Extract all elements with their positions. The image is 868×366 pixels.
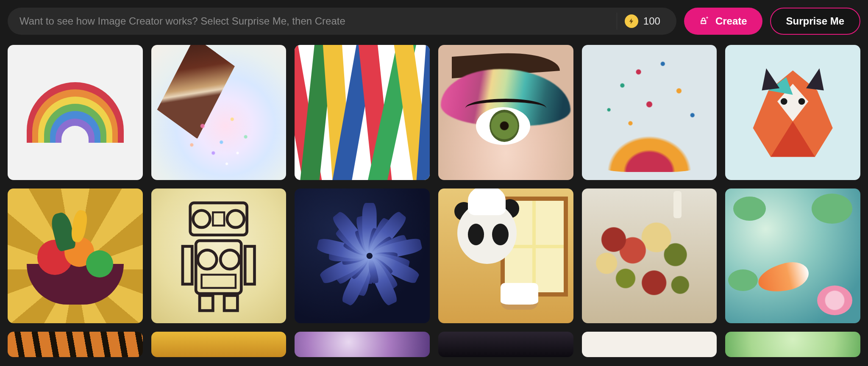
gallery-tile-peek-5[interactable]	[582, 332, 717, 357]
thumbnail-peek	[438, 332, 573, 357]
svg-rect-18	[200, 296, 213, 311]
svg-rect-19	[224, 296, 237, 311]
gallery-tile-peek-6[interactable]	[725, 332, 860, 357]
thumbnail-streamers	[295, 45, 430, 180]
gallery-tile-streamers[interactable]	[295, 45, 430, 180]
thumbnail-charcuterie	[582, 189, 717, 324]
gallery-tile-peek-2[interactable]	[151, 332, 287, 357]
thumbnail-peek	[8, 332, 143, 357]
credits-indicator: 100	[617, 13, 665, 30]
create-sparkle-icon	[699, 14, 710, 28]
thumbnail-peek	[725, 332, 860, 357]
svg-rect-15	[202, 275, 236, 288]
svg-point-10	[227, 211, 244, 227]
gallery-tile-fox[interactable]	[725, 45, 860, 180]
prompt-input[interactable]	[19, 15, 617, 27]
svg-point-13	[198, 250, 217, 269]
create-button-label: Create	[715, 15, 747, 27]
thumbnail-flower	[295, 189, 430, 324]
thumbnail-peek	[151, 332, 287, 357]
svg-point-6	[781, 98, 787, 105]
top-bar: 100 Create Surprise Me	[8, 8, 860, 35]
thumbnail-koi	[725, 189, 860, 324]
gallery-tile-peek-4[interactable]	[438, 332, 573, 357]
thumbnail-peek	[582, 332, 717, 357]
svg-marker-3	[762, 68, 779, 90]
surprise-me-label: Surprise Me	[786, 15, 844, 27]
thumbnail-robot	[151, 189, 287, 324]
gallery-tile-splash[interactable]	[582, 45, 717, 180]
gallery-tile-fruit[interactable]	[8, 189, 143, 324]
thumbnail-rainbow	[8, 45, 143, 180]
svg-rect-16	[183, 247, 192, 284]
thumbnail-panda	[438, 189, 573, 324]
create-button[interactable]: Create	[684, 8, 762, 35]
thumbnail-pencil	[151, 45, 287, 180]
svg-point-14	[220, 250, 239, 269]
gallery-tile-peek-3[interactable]	[295, 332, 430, 357]
thumbnail-eye	[438, 45, 573, 180]
thumbnail-splash	[582, 45, 717, 180]
surprise-me-button[interactable]: Surprise Me	[770, 8, 860, 35]
svg-point-7	[798, 98, 805, 105]
prompt-field-wrap: 100	[8, 8, 676, 35]
coin-icon	[625, 14, 638, 28]
svg-marker-4	[806, 68, 824, 90]
gallery-tile-koi[interactable]	[725, 189, 860, 324]
gallery-tile-panda[interactable]	[438, 189, 573, 324]
credits-count: 100	[643, 15, 660, 27]
gallery-tile-charcuterie[interactable]	[582, 189, 717, 324]
thumbnail-fruit	[8, 189, 143, 324]
gallery-tile-pencil[interactable]	[151, 45, 287, 180]
thumbnail-peek	[295, 332, 430, 357]
gallery-tile-eye[interactable]	[438, 45, 573, 180]
svg-rect-8	[190, 203, 247, 235]
svg-point-9	[193, 211, 210, 227]
svg-rect-17	[245, 247, 254, 284]
explore-grid	[8, 45, 860, 357]
page-root: 100 Create Surprise Me	[0, 0, 868, 366]
thumbnail-fox	[725, 45, 860, 180]
svg-rect-11	[213, 212, 225, 225]
gallery-tile-peek-1[interactable]	[8, 332, 143, 357]
gallery-tile-robot[interactable]	[151, 189, 287, 324]
gallery-tile-rainbow[interactable]	[8, 45, 143, 180]
gallery-tile-flower[interactable]	[295, 189, 430, 324]
